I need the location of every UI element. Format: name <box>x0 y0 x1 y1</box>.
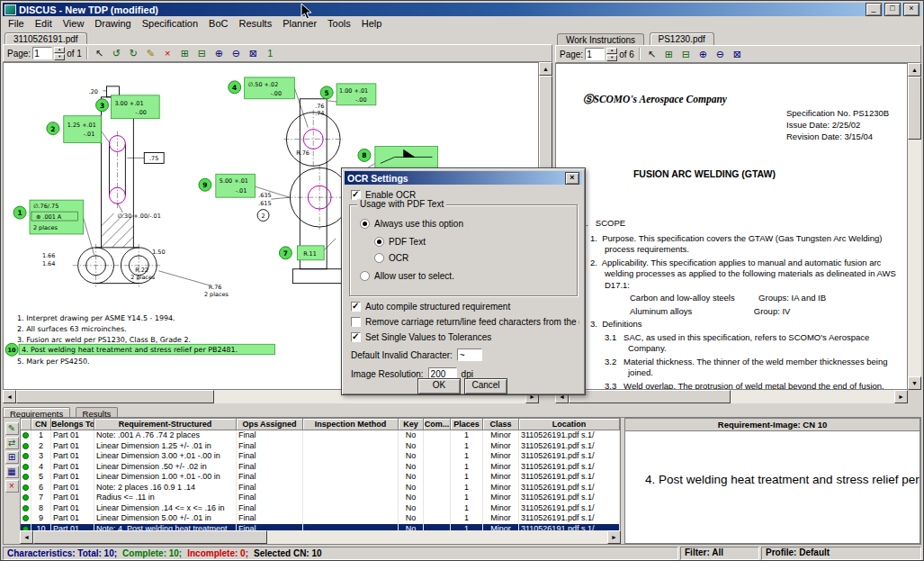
menu-item[interactable]: File <box>3 18 30 30</box>
table-row[interactable]: 7 Part 01 Radius <= .11 in Final No 1 Mi… <box>21 493 620 503</box>
menu-item[interactable]: BoC <box>203 18 233 30</box>
scroll-down-button[interactable] <box>908 376 921 390</box>
zoom-region-icon[interactable]: ⊠ <box>246 46 261 60</box>
spec-paragraph: 3.2 Material thickness. The thinner of t… <box>578 357 896 379</box>
single-values-checkbox[interactable]: Set Single Values to Tolerances <box>351 332 491 342</box>
menu-item[interactable]: Edit <box>30 18 58 30</box>
select-cursor-icon[interactable]: ↖ <box>92 46 107 60</box>
ok-button[interactable]: OK <box>417 378 461 394</box>
delete-requirement-icon[interactable]: × <box>5 480 19 493</box>
zoom-in-icon[interactable]: ⊕ <box>695 47 711 61</box>
scroll-right-button[interactable] <box>607 530 621 544</box>
columns-view-icon[interactable]: ▦ <box>5 466 19 478</box>
table-row[interactable]: 2 Part 01 Linear Dimension 1.25 +/- .01 … <box>21 441 620 452</box>
menu-item[interactable]: View <box>58 18 90 30</box>
column-header[interactable]: Inspection Method <box>303 419 399 430</box>
rotate-left-icon[interactable]: ↺ <box>109 46 124 60</box>
table-row[interactable]: 4 Part 01 Linear Dimension .50 +/- .02 i… <box>21 462 620 473</box>
spec-vertical-scrollbar[interactable] <box>908 63 921 390</box>
page-number-input[interactable] <box>585 48 605 60</box>
column-header[interactable]: Com... <box>424 419 451 430</box>
invalid-character-row: Default Invalid Character: <box>351 348 482 361</box>
dpi-label: dpi <box>462 369 473 379</box>
rotate-right-icon[interactable]: ↻ <box>126 46 141 60</box>
close-button[interactable]: × <box>903 3 920 16</box>
column-header[interactable]: Requirement-Structured <box>94 419 237 430</box>
icon-glyph: ⊞ <box>8 452 15 462</box>
menu-item[interactable]: Drawing <box>89 18 136 30</box>
column-header[interactable]: Key <box>399 419 424 430</box>
ocr-radio[interactable]: OCR <box>374 253 408 263</box>
scroll-up-button[interactable] <box>539 62 552 76</box>
page-label: Page: <box>560 50 583 59</box>
spec-document[interactable]: ⓈSCOMO's Aerospace Company Specification… <box>555 63 908 390</box>
cell-class: Minor <box>483 441 519 452</box>
column-header[interactable]: Belongs To <box>51 419 94 430</box>
table-row[interactable]: 3 Part 01 Linear Dimension 3.00 +.01 -.0… <box>21 451 620 462</box>
scrollbar-thumb[interactable] <box>908 77 921 140</box>
always-use-option-radio[interactable]: Always use this option <box>360 219 463 229</box>
allow-user-select-radio[interactable]: Allow user to select. <box>360 271 454 281</box>
pdf-text-radio[interactable]: PDF Text <box>374 237 426 247</box>
dialog-close-button[interactable]: × <box>565 172 579 185</box>
menu-item[interactable]: Tools <box>322 18 356 30</box>
scroll-left-button[interactable] <box>20 530 33 544</box>
zoom-region-icon[interactable]: ⊠ <box>730 47 745 61</box>
remove-highlight-icon[interactable]: × <box>160 46 175 60</box>
page-spinner[interactable]: ▲▼ <box>606 48 617 61</box>
spec-horizontal-scrollbar[interactable] <box>555 390 908 403</box>
column-header[interactable]: Class <box>483 419 519 430</box>
scroll-left-button[interactable] <box>3 390 16 403</box>
menu-item[interactable]: Specification <box>137 18 203 30</box>
page-stamp-icon[interactable]: 1 <box>263 46 278 60</box>
column-header[interactable]: Location <box>519 419 620 430</box>
spec-paragraph: 3. Definitions <box>578 319 896 330</box>
svg-text:7: 7 <box>283 249 288 258</box>
title-bar[interactable]: DISCUS - New TDP (modified) _ □ × <box>3 3 921 16</box>
column-header[interactable]: Ops Assigned <box>237 419 303 430</box>
edit-requirement-icon[interactable]: ✎ <box>5 422 19 435</box>
svg-text:1.66: 1.66 <box>42 252 55 259</box>
cell-places: 1 <box>451 441 483 452</box>
maximize-button[interactable]: □ <box>884 3 901 16</box>
table-row[interactable]: 8 Part 01 Linear Dimension .14 <= x <= .… <box>21 503 620 514</box>
grid-view-icon[interactable]: ⊞ <box>5 451 19 464</box>
cell-places: 1 <box>451 513 483 524</box>
fit-page-icon[interactable]: ⊞ <box>661 47 677 61</box>
fit-width-icon[interactable]: ⊟ <box>678 47 694 61</box>
fit-width-icon[interactable]: ⊟ <box>194 46 210 60</box>
svg-text:3. Fusion arc weld per PS1230,: 3. Fusion arc weld per PS1230, Class B, … <box>17 336 191 344</box>
scrollbar-thumb[interactable] <box>569 390 731 403</box>
cell-ops-assigned: Final <box>237 441 303 452</box>
column-header[interactable]: Places <box>451 419 483 430</box>
zoom-out-icon[interactable]: ⊖ <box>713 47 728 61</box>
remove-crlf-checkbox[interactable]: Remove carriage return/line feed charact… <box>351 317 579 327</box>
minimize-button[interactable]: _ <box>866 3 882 16</box>
select-cursor-icon[interactable]: ↖ <box>644 47 659 61</box>
spec-paragraph: 1. Purpose. This specification covers th… <box>578 233 896 256</box>
scrollbar-thumb[interactable] <box>33 530 267 544</box>
zoom-out-icon[interactable]: ⊖ <box>229 46 244 60</box>
scrollbar-thumb[interactable] <box>16 390 214 403</box>
fit-page-icon[interactable]: ⊞ <box>177 46 193 60</box>
table-row[interactable]: 6 Part 01 Note: 2 places .16 0.9 1 .14 F… <box>21 483 620 493</box>
link-requirement-icon[interactable]: ⇄ <box>5 437 19 449</box>
invalid-character-input[interactable] <box>457 348 482 361</box>
table-row[interactable]: 5 Part 01 Linear Dimension 1.00 +.01 -.0… <box>21 472 620 483</box>
highlighter-icon[interactable]: ✎ <box>143 46 158 60</box>
table-row[interactable]: 1 Part 01 Note: .001 A .76 .74 2 places … <box>21 430 620 441</box>
table-horizontal-scrollbar[interactable] <box>20 530 621 544</box>
zoom-in-icon[interactable]: ⊕ <box>211 46 227 60</box>
cancel-button[interactable]: Cancel <box>464 378 507 394</box>
column-header[interactable] <box>21 419 31 430</box>
column-header[interactable]: CN <box>31 419 51 430</box>
dialog-title-bar[interactable]: OCR Settings × <box>345 171 582 185</box>
auto-compile-checkbox[interactable]: Auto compile structured requirement <box>351 302 510 312</box>
scroll-right-button[interactable] <box>894 390 908 403</box>
menu-item[interactable]: Results <box>234 18 278 30</box>
table-row[interactable]: 9 Part 01 Linear Dimension 5.00 +/- .01 … <box>21 513 620 524</box>
scroll-up-button[interactable] <box>908 63 921 77</box>
page-number-input[interactable] <box>32 47 52 59</box>
page-spinner[interactable]: ▲▼ <box>54 47 65 60</box>
menu-item[interactable]: Help <box>356 18 388 30</box>
